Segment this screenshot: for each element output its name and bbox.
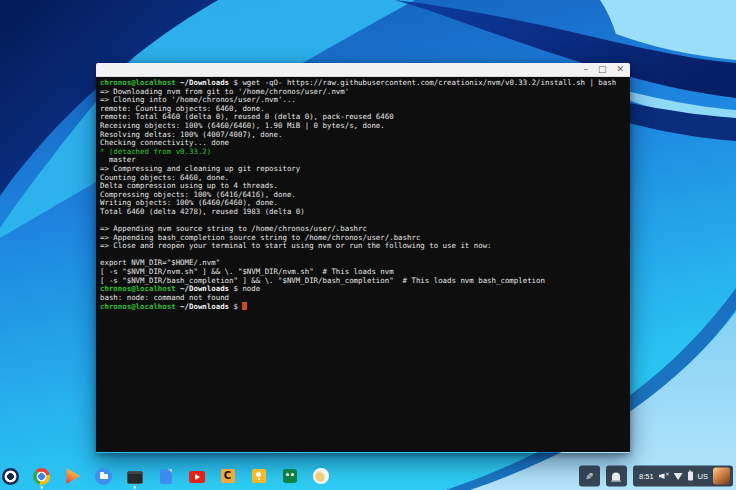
terminal-line: Total 6460 (delta 4278), reused 1983 (de… [100,208,626,217]
battery-icon [688,472,693,481]
keyboard-layout: US [698,466,708,487]
window-controls: – □ ✕ [573,63,630,76]
shelf: C ✎ 8:51 ✕ US [0,462,736,490]
hangouts-icon [283,469,297,483]
shelf-item-docs[interactable] [157,468,174,485]
stylus-tools-button[interactable]: ✎ [579,466,600,487]
running-indicator [40,486,43,489]
minimize-button[interactable]: – [583,63,588,76]
stylus-icon: ✎ [585,471,593,482]
running-indicator [133,486,136,489]
terminal-line: chronos@localhost ~/Downloads $ [100,302,626,311]
terminal-line: * (detached from v0.33.2) [100,148,626,157]
user-avatar[interactable] [713,468,730,485]
chrome-icon [33,468,50,485]
window-titlebar[interactable]: – □ ✕ [96,63,630,77]
shelf-item-caret[interactable]: C [219,468,236,485]
clock: 8:51 [639,466,654,487]
wifi-icon [674,472,683,480]
terminal-line: => Close and reopen your terminal to sta… [100,242,626,251]
keep-icon [252,469,266,483]
maximize-button[interactable]: □ [598,63,607,76]
play-store-icon [65,468,80,484]
shelf-item-app-circle[interactable] [312,468,329,485]
files-icon [95,468,112,485]
shelf-item-play-store[interactable] [64,468,81,485]
shelf-item-youtube[interactable] [188,468,205,485]
terminal-window: – □ ✕ chronos@localhost ~/Downloads $ wg… [96,63,630,453]
shelf-apps: C [2,462,329,490]
shelf-item-files[interactable] [95,468,112,485]
terminal-cursor [242,302,246,310]
youtube-icon [189,471,205,483]
bell-icon [612,472,620,480]
shelf-item-chrome[interactable] [33,468,50,485]
app-circle-icon [313,468,329,484]
terminal-icon [127,471,143,484]
shelf-item-keep[interactable] [250,468,267,485]
notifications-button[interactable] [606,466,627,487]
docs-icon [160,469,172,484]
shelf-item-terminal[interactable] [126,468,143,485]
shelf-item-hangouts[interactable] [281,468,298,485]
status-cluster: ✎ 8:51 ✕ US [579,466,733,487]
desktop: – □ ✕ chronos@localhost ~/Downloads $ wg… [0,0,736,490]
system-tray[interactable]: 8:51 ✕ US [633,466,733,487]
shelf-item-launcher[interactable] [2,468,19,485]
terminal-output[interactable]: chronos@localhost ~/Downloads $ wget -qO… [96,77,630,452]
close-button[interactable]: ✕ [616,63,624,76]
launcher-icon [2,468,19,485]
volume-muted-icon: ✕ [659,472,669,481]
caret-icon: C [221,469,235,483]
